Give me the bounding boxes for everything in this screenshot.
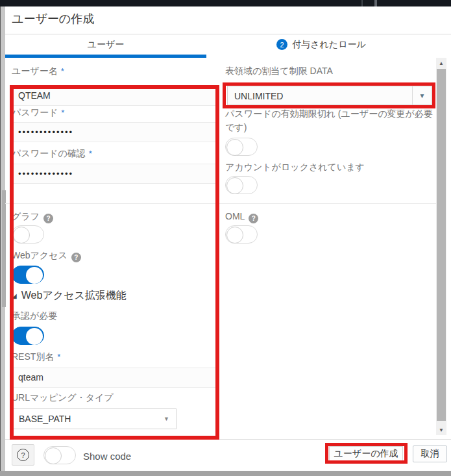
chevron-down-icon: ▼ (164, 409, 169, 429)
help-icon[interactable]: ? (43, 214, 53, 223)
create-user-dialog: ユーザーの作成 ユーザー 2 付与されたロール ユーザー名* QTEAM パスワ… (0, 0, 451, 476)
show-code-toggle[interactable] (43, 446, 76, 464)
browser-top-bar (0, 0, 451, 6)
scroll-down-icon[interactable]: ▼ (436, 425, 446, 435)
roles-count-badge: 2 (276, 39, 287, 50)
help-icon[interactable]: ? (71, 253, 81, 262)
password-label: パスワード* (12, 107, 64, 119)
account-locked-label: アカウントがロックされています (225, 162, 365, 173)
password-expired-label: パスワードの有効期限切れ (ユーザーの変更が必要です) (225, 107, 433, 134)
dialog-title: ユーザーの作成 (12, 11, 94, 27)
tab-roles-label: 付与されたロール (292, 39, 366, 51)
tablespace-quota-select[interactable]: UNLIMITED ▼ (227, 86, 432, 105)
password-confirm-input[interactable]: ••••••••••••• (12, 164, 216, 184)
approval-required-toggle[interactable] (12, 327, 44, 345)
tablespace-quota-label: 表領域の割当て制限 DATA (225, 66, 333, 77)
password-expired-toggle[interactable] (225, 138, 258, 156)
page-left-scroll-thumb (2, 190, 6, 307)
rest-alias-input[interactable]: qteam (12, 368, 216, 388)
help-icon: ? (17, 449, 29, 461)
tab-granted-roles[interactable]: 2 付与されたロール (206, 34, 436, 55)
footer-divider (5, 439, 451, 440)
chevron-down-icon: ▼ (412, 86, 432, 105)
page-left-edge (0, 6, 5, 471)
required-indicator: * (61, 66, 64, 76)
scroll-up-icon[interactable]: ▲ (436, 58, 446, 68)
oml-toggle[interactable] (225, 225, 258, 244)
section-divider (5, 203, 436, 204)
account-locked-toggle[interactable] (225, 176, 258, 194)
required-indicator: * (57, 352, 60, 362)
graph-label: グラフ? (12, 211, 53, 223)
web-access-label: Webアクセス? (12, 250, 81, 262)
graph-toggle[interactable] (12, 225, 44, 244)
required-indicator: * (61, 108, 64, 118)
tablespace-quota-value: UNLIMITED (234, 86, 283, 106)
password-confirm-label: パスワードの確認* (12, 148, 92, 160)
top-bar-separator (361, 0, 363, 6)
create-user-button[interactable]: ユーザーの作成 (329, 446, 403, 461)
web-access-extensions-section[interactable]: ◢ Webアクセス拡張機能 (12, 289, 127, 303)
scrollbar-thumb[interactable] (437, 69, 446, 421)
top-bar-separator (374, 0, 377, 6)
username-input[interactable]: QTEAM (12, 86, 216, 106)
oml-label: OML? (225, 211, 258, 223)
tab-user-label: ユーザー (88, 39, 125, 51)
show-code-label: Show code (83, 451, 131, 462)
cancel-button[interactable]: 取消 (413, 445, 447, 462)
url-mapping-type-label: URLマッピング・タイプ (12, 392, 114, 404)
page-bottom-edge (0, 471, 451, 476)
tab-user[interactable]: ユーザー (5, 34, 206, 55)
password-input[interactable]: ••••••••••••• (12, 122, 216, 142)
username-label: ユーザー名* (12, 66, 64, 77)
section-title: Webアクセス拡張機能 (21, 289, 127, 303)
help-icon[interactable]: ? (249, 214, 258, 223)
web-access-toggle[interactable] (12, 266, 44, 284)
collapse-triangle-icon: ◢ (12, 292, 17, 299)
help-button[interactable]: ? (12, 444, 34, 466)
approval-required-label: 承認が必要 (12, 310, 57, 322)
url-mapping-type-select[interactable]: BASE_PATH ▼ (12, 408, 177, 429)
active-tab-underline (5, 55, 206, 58)
url-mapping-type-value: BASE_PATH (19, 409, 71, 429)
rest-alias-label: REST別名* (12, 351, 60, 363)
required-indicator: * (89, 149, 92, 158)
